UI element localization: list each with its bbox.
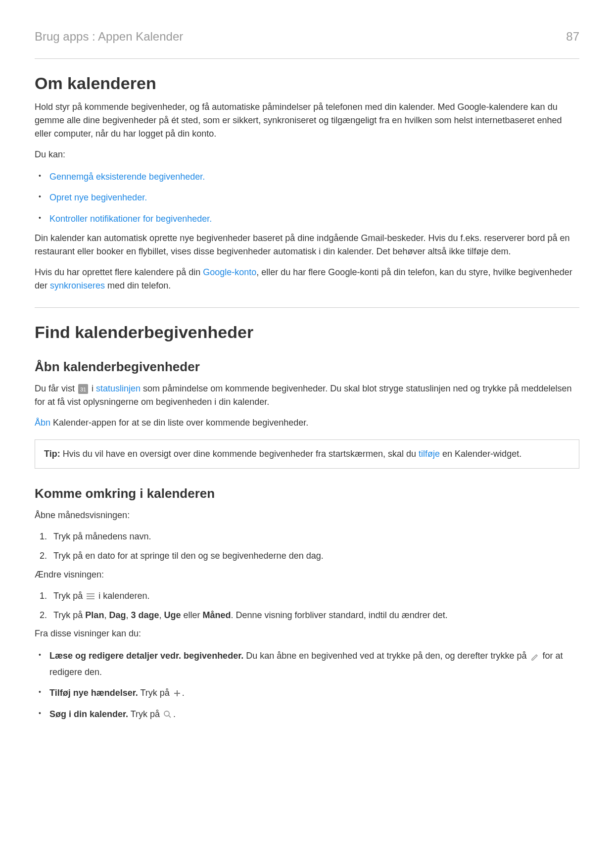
section-title-find: Find kalenderbegivenheder [35, 323, 579, 342]
open-app-paragraph: Åbn Kalender-appen for at se din liste o… [35, 416, 579, 430]
plus-icon [173, 689, 181, 697]
link-create-events[interactable]: Opret nye begivenheder. [49, 193, 147, 202]
link-review-events[interactable]: Gennemgå eksisterende begivenheder. [49, 172, 205, 182]
page-number: 87 [566, 30, 579, 44]
change-view-label: Ændre visningen: [35, 568, 579, 581]
pencil-icon [530, 652, 539, 661]
link-control-notifications[interactable]: Kontroller notifikationer for begivenhed… [49, 214, 212, 224]
you-can-list: Gennemgå eksisterende begivenheder. Opre… [35, 169, 579, 227]
svg-line-8 [169, 716, 171, 718]
list-item: Læse og redigere detaljer vedr. begivenh… [35, 648, 579, 680]
list-item: Søg i din kalender. Tryk på . [35, 706, 579, 722]
link-statusbar[interactable]: statuslinjen [96, 384, 141, 393]
link-sync[interactable]: synkroniseres [50, 281, 105, 290]
list-item: Opret nye begivenheder. [35, 190, 579, 205]
multi-calendar-paragraph: Hvis du har oprettet flere kalendere på … [35, 266, 579, 292]
tip-callout: Tip: Hvis du vil have en oversigt over d… [35, 439, 579, 469]
page-header: Brug apps : Appen Kalender 87 [35, 30, 579, 44]
intro-paragraph: Hold styr på kommende begivenheder, og f… [35, 100, 579, 141]
list-item: Tryk på Plan, Dag, 3 dage, Uge eller Mån… [49, 608, 579, 623]
open-month-label: Åbne månedsvisningen: [35, 509, 579, 522]
list-item: Kontroller notifikationer for begivenhed… [35, 211, 579, 227]
calendar-31-icon: 31 [78, 384, 88, 394]
link-add-widget[interactable]: tilføje [419, 449, 440, 459]
svg-text:31: 31 [80, 386, 86, 392]
change-view-steps: Tryk på i kalenderen. Tryk på Plan, Dag,… [35, 589, 579, 623]
you-can-label: Du kan: [35, 148, 579, 161]
search-icon [163, 710, 172, 719]
link-google-account[interactable]: Google-konto [203, 267, 256, 277]
svg-point-7 [164, 711, 169, 716]
tip-label: Tip: [44, 449, 60, 459]
list-item: Tryk på en dato for at springe til den o… [49, 549, 579, 563]
list-item: Gennemgå eksisterende begivenheder. [35, 169, 579, 185]
breadcrumb: Brug apps : Appen Kalender [35, 30, 183, 44]
auto-events-paragraph: Din kalender kan automatisk oprette nye … [35, 232, 579, 258]
link-open[interactable]: Åbn [35, 418, 50, 428]
divider [35, 58, 579, 59]
list-item: Tilføj nye hændelser. Tryk på . [35, 685, 579, 701]
subsection-title-open: Åbn kalenderbegivenheder [35, 359, 579, 375]
section-title-about: Om kalenderen [35, 74, 579, 93]
actions-list: Læse og redigere detaljer vedr. begivenh… [35, 648, 579, 722]
open-events-paragraph: Du får vist 31 i statuslinjen som påmind… [35, 382, 579, 409]
subsection-title-navigate: Komme omkring i kalenderen [35, 486, 579, 501]
open-month-steps: Tryk på månedens navn. Tryk på en dato f… [35, 530, 579, 563]
menu-icon [86, 593, 95, 600]
list-item: Tryk på månedens navn. [49, 530, 579, 544]
from-views-label: Fra disse visninger kan du: [35, 627, 579, 640]
divider [35, 307, 579, 308]
list-item: Tryk på i kalenderen. [49, 589, 579, 603]
